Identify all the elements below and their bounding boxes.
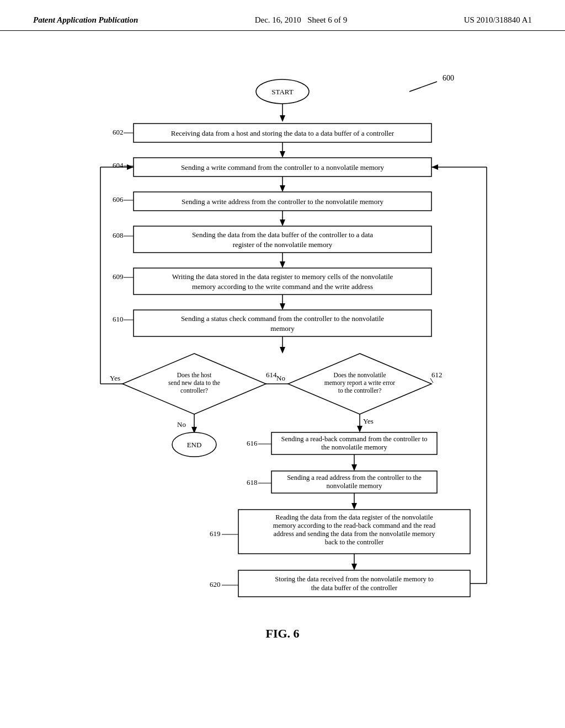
svg-text:608: 608	[113, 231, 124, 239]
svg-text:612: 612	[431, 371, 443, 379]
svg-text:memory: memory	[270, 324, 295, 333]
svg-marker-94	[351, 564, 357, 570]
svg-text:Yes: Yes	[363, 417, 374, 425]
svg-marker-85	[351, 503, 357, 510]
svg-text:Does the host: Does the host	[177, 372, 212, 378]
svg-text:620: 620	[210, 580, 221, 588]
svg-marker-11	[280, 151, 285, 158]
svg-marker-23	[280, 220, 285, 226]
publication-title: Patent Application Publication	[33, 15, 138, 25]
svg-marker-5	[280, 115, 285, 122]
svg-marker-44	[280, 347, 285, 354]
svg-text:619: 619	[210, 529, 221, 538]
flowchart-svg: 600 START 602 Receiving data from a host…	[67, 42, 498, 660]
svg-text:memory according to the read-b: memory according to the read-back comman…	[273, 522, 436, 529]
svg-text:register of the nonvolatile me: register of the nonvolatile memory	[233, 240, 333, 249]
svg-text:END: END	[187, 441, 202, 449]
svg-marker-103	[431, 164, 438, 170]
flowchart-container: 600 START 602 Receiving data from a host…	[67, 42, 498, 662]
svg-text:600: 600	[443, 74, 454, 82]
svg-text:Sending a read-back command fr: Sending a read-back command from the con…	[281, 435, 428, 443]
svg-text:memory report a write error: memory report a write error	[324, 379, 396, 387]
svg-text:Sending a status check command: Sending a status check command from the …	[181, 314, 384, 323]
publication-number: US 2010/318840 A1	[464, 15, 532, 25]
svg-text:614: 614	[266, 371, 277, 379]
svg-text:Storing the data received from: Storing the data received from the nonvo…	[275, 575, 433, 583]
svg-marker-66	[127, 164, 134, 170]
svg-text:Sending a write command from t: Sending a write command from the control…	[181, 163, 385, 172]
svg-text:602: 602	[113, 128, 124, 136]
svg-text:Receiving data from a host and: Receiving data from a host and storing t…	[171, 129, 395, 137]
svg-text:the data buffer of the control: the data buffer of the controller	[311, 584, 398, 592]
publication-date: Dec. 16, 2010 Sheet 6 of 9	[255, 15, 347, 25]
svg-text:606: 606	[113, 195, 124, 204]
svg-text:618: 618	[247, 478, 258, 486]
svg-text:Does the nonvolatile: Does the nonvolatile	[333, 372, 386, 378]
page-header: Patent Application Publication Dec. 16, …	[0, 0, 565, 31]
svg-text:Writing the data stored in the: Writing the data stored in the data regi…	[172, 272, 393, 281]
svg-text:610: 610	[113, 315, 124, 323]
svg-text:No: No	[276, 374, 285, 382]
svg-text:START: START	[271, 88, 293, 96]
svg-text:616: 616	[247, 439, 258, 447]
svg-text:nonvolatile memory: nonvolatile memory	[326, 482, 382, 490]
svg-marker-30	[280, 261, 285, 268]
svg-marker-17	[280, 185, 285, 192]
svg-line-1	[409, 82, 437, 92]
svg-text:to the controller?: to the controller?	[338, 387, 382, 394]
svg-text:the nonvolatile memory: the nonvolatile memory	[321, 443, 387, 451]
svg-text:Yes: Yes	[110, 374, 120, 382]
svg-marker-37	[280, 303, 285, 310]
svg-line-50	[430, 378, 433, 383]
main-content: 600 START 602 Receiving data from a host…	[0, 31, 565, 673]
svg-text:memory according to the write : memory according to the write command an…	[192, 282, 373, 291]
svg-text:Sending a write address from t: Sending a write address from the control…	[182, 197, 384, 206]
svg-text:Sending a read address from th: Sending a read address from the controll…	[287, 474, 422, 481]
svg-text:Reading the data from the data: Reading the data from the data register …	[275, 513, 433, 521]
svg-text:Sending the data from the data: Sending the data from the data buffer of…	[192, 231, 373, 239]
svg-text:609: 609	[113, 272, 124, 281]
svg-text:604: 604	[113, 161, 124, 169]
svg-text:back to the controller: back to the controller	[325, 538, 384, 546]
svg-rect-95	[238, 570, 470, 597]
svg-text:FIG. 6: FIG. 6	[265, 627, 299, 640]
svg-marker-78	[351, 464, 357, 471]
svg-text:address and sending the data f: address and sending the data from the no…	[274, 530, 436, 538]
svg-marker-55	[357, 426, 363, 432]
svg-text:controller?: controller?	[180, 387, 208, 394]
svg-text:send new data to the: send new data to the	[168, 379, 220, 386]
svg-text:No: No	[177, 420, 186, 429]
